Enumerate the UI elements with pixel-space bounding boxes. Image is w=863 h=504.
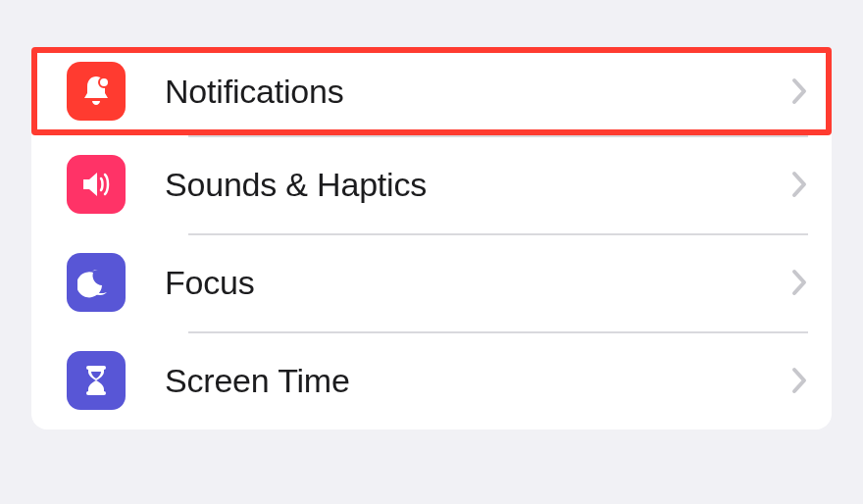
- settings-row-label: Screen Time: [165, 362, 790, 400]
- settings-group: Notifications Sounds & Haptics: [31, 47, 832, 429]
- settings-row-notifications[interactable]: Notifications: [31, 47, 832, 135]
- svg-point-0: [99, 77, 109, 87]
- chevron-right-icon: [790, 170, 808, 199]
- divider: [188, 331, 808, 333]
- svg-rect-1: [86, 366, 106, 370]
- chevron-right-icon: [790, 76, 808, 106]
- chevron-right-icon: [790, 268, 808, 297]
- speaker-icon: [67, 155, 126, 214]
- moon-icon: [67, 253, 126, 312]
- bell-icon: [67, 62, 126, 121]
- divider: [188, 233, 808, 235]
- chevron-right-icon: [790, 366, 808, 395]
- settings-row-screentime[interactable]: Screen Time: [31, 331, 832, 429]
- settings-row-focus[interactable]: Focus: [31, 233, 832, 331]
- settings-row-label: Focus: [165, 264, 790, 302]
- settings-row-sounds[interactable]: Sounds & Haptics: [31, 135, 832, 233]
- settings-row-label: Sounds & Haptics: [165, 166, 790, 204]
- settings-row-label: Notifications: [165, 73, 790, 111]
- svg-rect-2: [86, 391, 106, 395]
- hourglass-icon: [67, 351, 126, 410]
- divider: [188, 135, 808, 137]
